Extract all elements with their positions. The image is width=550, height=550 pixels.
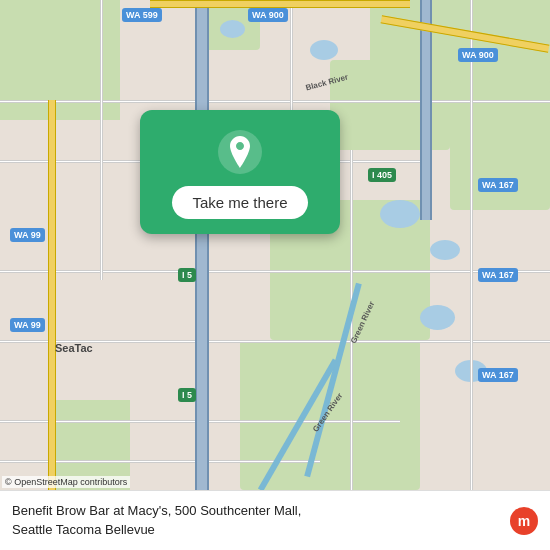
take-me-there-button[interactable]: Take me there (172, 186, 307, 219)
address-line2: Seattle Tacoma Bellevue (12, 522, 155, 537)
shield-wa167-3: WA 167 (478, 368, 518, 382)
seatac-label: SeaTac (55, 342, 93, 354)
wa900-top-road (150, 0, 410, 8)
water-5 (220, 20, 245, 38)
shield-wa99-1: WA 99 (10, 228, 45, 242)
i405-highway (420, 0, 432, 220)
water-2 (430, 240, 460, 260)
address-line1: Benefit Brow Bar at Macy's, 500 Southcen… (12, 503, 301, 518)
shield-wa167-2: WA 167 (478, 268, 518, 282)
moovit-logo: m (510, 507, 538, 535)
i5-highway (195, 0, 209, 490)
shield-wa900-top: WA 900 (248, 8, 288, 22)
road-h1 (0, 100, 550, 103)
road-h3 (0, 270, 550, 273)
bottom-bar: Benefit Brow Bar at Macy's, 500 Southcen… (0, 490, 550, 550)
wa99-highway (48, 100, 56, 490)
moovit-icon: m (510, 507, 538, 535)
map-pin-icon (218, 130, 262, 174)
map-container: Black River Green River Green River SeaT… (0, 0, 550, 490)
shield-i405: I 405 (368, 168, 396, 182)
road-v1 (100, 0, 103, 280)
water-1 (380, 200, 420, 228)
shield-i5-1: I 5 (178, 268, 196, 282)
water-6 (310, 40, 338, 60)
shield-i5-2: I 5 (178, 388, 196, 402)
water-3 (420, 305, 455, 330)
shield-wa99-2: WA 99 (10, 318, 45, 332)
shield-wa599: WA 599 (122, 8, 162, 22)
map-copyright: © OpenStreetMap contributors (2, 476, 130, 488)
shield-wa167-1: WA 167 (478, 178, 518, 192)
shield-wa900-right: WA 900 (458, 48, 498, 62)
address-text: Benefit Brow Bar at Macy's, 500 Southcen… (12, 502, 510, 538)
green-area-6 (330, 60, 450, 150)
location-popup: Take me there (140, 110, 340, 234)
road-v4 (470, 0, 473, 490)
